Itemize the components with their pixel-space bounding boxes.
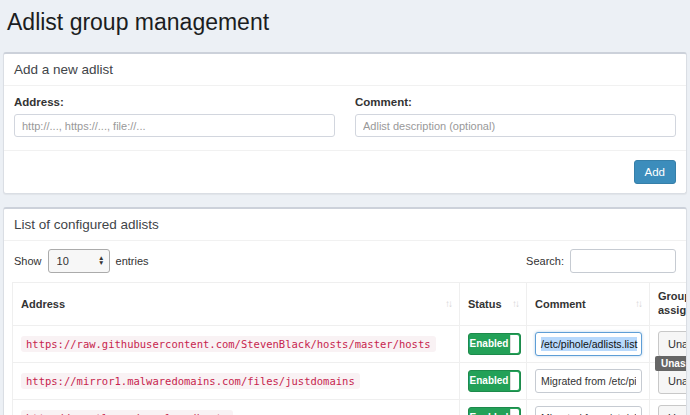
entries-per-page-select[interactable]: 10	[48, 249, 110, 273]
add-adlist-panel-title: Add a new adlist	[4, 54, 686, 86]
add-button[interactable]: Add	[634, 160, 676, 184]
column-header-address[interactable]: Address ↑↓	[13, 283, 460, 326]
column-header-comment[interactable]: Comment ↑↓	[527, 283, 650, 326]
comment-cell	[527, 362, 650, 399]
address-cell: http://sysctl.org/cameleon/hosts	[13, 399, 460, 415]
row-comment-input[interactable]: /etc/pihole/adlists.list	[535, 332, 642, 356]
group-column-label: Group assignment	[658, 290, 686, 318]
comment-field-group: Comment:	[345, 90, 686, 141]
selected-comment-text: /etc/pihole/adlists.list	[541, 337, 637, 351]
address-column-label: Address	[21, 298, 65, 310]
status-toggle[interactable]: Enabled	[468, 333, 521, 355]
sort-icon[interactable]: ↑↓	[445, 298, 451, 309]
group-assignment-select[interactable]: Unassociated	[658, 405, 686, 415]
entries-label: entries	[116, 255, 149, 267]
column-header-status[interactable]: Status ↑↓	[460, 283, 527, 326]
comment-input[interactable]	[355, 114, 676, 137]
group-assignment-select[interactable]: Unassociated	[658, 331, 686, 357]
group-assignment-cell: Unassociated	[650, 399, 687, 415]
table-header-row: Address ↑↓ Status ↑↓ Com	[13, 283, 687, 326]
comment-cell: /etc/pihole/adlists.list	[527, 325, 650, 362]
search-control: Search:	[526, 249, 676, 273]
toggle-handle	[510, 372, 519, 390]
add-adlist-form: Address: Comment:	[4, 86, 686, 150]
adlist-table: Address ↑↓ Status ↑↓ Com	[12, 282, 686, 415]
show-label: Show	[14, 255, 42, 267]
adlist-table-wrapper: Address ↑↓ Status ↑↓ Com	[4, 282, 686, 415]
status-toggle[interactable]: Enabled	[468, 370, 521, 392]
sort-icon[interactable]: ↑↓	[512, 298, 518, 309]
entries-select-wrap: 10 ▲▼	[48, 249, 110, 273]
status-column-label: Status	[468, 298, 502, 310]
status-toggle[interactable]: Enabled	[468, 407, 521, 415]
page-title: Adlist group management	[7, 9, 683, 36]
row-comment-input[interactable]	[535, 369, 642, 393]
table-row: https://raw.githubusercontent.com/Steven…	[13, 325, 687, 362]
adlist-table-panel-title: List of configured adlists	[4, 209, 686, 241]
comment-cell	[527, 399, 650, 415]
status-cell: Enabled	[460, 362, 527, 399]
add-adlist-panel: Add a new adlist Address: Comment: Add	[3, 52, 687, 194]
search-input[interactable]	[570, 249, 676, 273]
status-toggle-label: Enabled	[470, 375, 509, 386]
table-row: http://sysctl.org/cameleon/hosts Enabled	[13, 399, 687, 415]
add-adlist-footer: Add	[4, 150, 686, 193]
table-row: https://mirror1.malwaredomains.com/files…	[13, 362, 687, 399]
adlist-url: http://sysctl.org/cameleon/hosts	[21, 410, 233, 415]
table-controls: Show 10 ▲▼ entries Search:	[4, 241, 686, 282]
comment-label: Comment:	[355, 96, 676, 108]
address-input[interactable]	[14, 114, 335, 137]
adlist-url: https://raw.githubusercontent.com/Steven…	[21, 336, 436, 352]
comment-column-label: Comment	[535, 298, 586, 310]
address-label: Address:	[14, 96, 335, 108]
toggle-handle	[510, 409, 519, 415]
sort-icon[interactable]: ↑↓	[635, 298, 641, 309]
address-cell: https://mirror1.malwaredomains.com/files…	[13, 362, 460, 399]
entries-length-control: Show 10 ▲▼ entries	[14, 249, 149, 273]
search-label: Search:	[526, 255, 564, 267]
group-assignment-select[interactable]: Unassociated	[658, 368, 686, 394]
address-cell: https://raw.githubusercontent.com/Steven…	[13, 325, 460, 362]
group-assignment-tooltip: Unassociated	[655, 356, 686, 371]
address-field-group: Address:	[4, 90, 345, 141]
column-header-group-assignment[interactable]: Group assignment ↑↓	[650, 283, 687, 326]
status-cell: Enabled	[460, 399, 527, 415]
toggle-handle	[510, 335, 519, 353]
status-cell: Enabled	[460, 325, 527, 362]
status-toggle-label: Enabled	[470, 338, 509, 349]
row-comment-input[interactable]	[535, 406, 642, 415]
adlist-table-panel: List of configured adlists Show 10 ▲▼ en…	[3, 207, 687, 415]
adlist-url: https://mirror1.malwaredomains.com/files…	[21, 373, 360, 389]
content-area: Adlist group management Add a new adlist…	[0, 9, 690, 415]
group-assignment-cell: Unassociated Unassociated	[650, 325, 687, 362]
